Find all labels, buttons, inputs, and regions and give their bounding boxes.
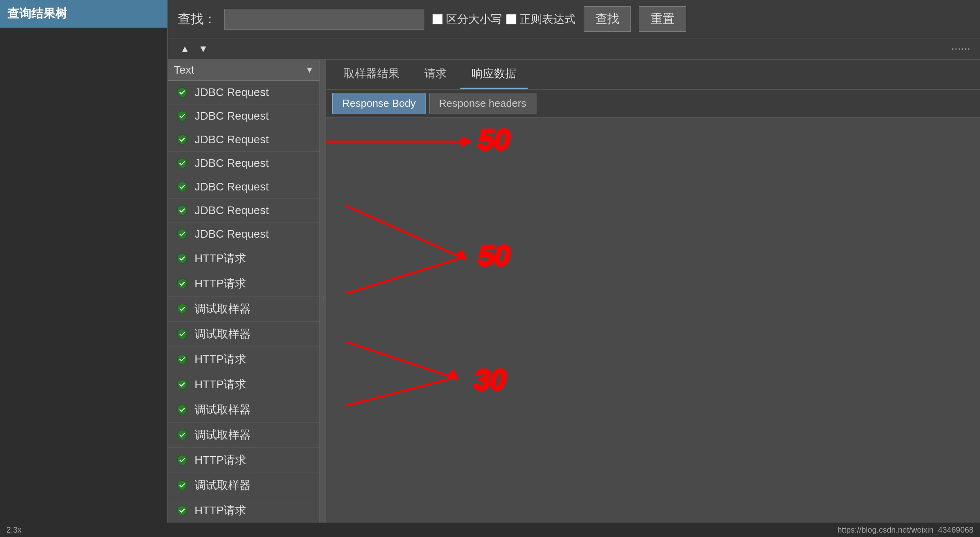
shield-check-icon: [175, 156, 189, 170]
shield-check-icon: [175, 378, 189, 391]
list-item-label: 调试取样器: [195, 301, 251, 317]
svg-marker-4: [458, 251, 466, 260]
svg-text:30: 30: [474, 364, 506, 396]
list-item[interactable]: HTTP请求: [168, 498, 319, 523]
list-item-label: JDBC Request: [195, 180, 269, 193]
regex-label: 正则表达式: [520, 12, 576, 27]
list-item[interactable]: JDBC Request: [168, 81, 319, 104]
main-layout: 查询结果树 查找： 区分大小写 正则表达式 查找 重置 ▲: [0, 0, 980, 537]
detail-panel: 取样器结果请求响应数据 Response BodyResponse header…: [326, 60, 980, 537]
list-item[interactable]: JDBC Request: [168, 152, 319, 175]
shield-check-icon: [175, 204, 189, 217]
shield-check-icon: [175, 453, 189, 467]
list-item[interactable]: JDBC Request: [168, 222, 319, 246]
list-item-label: JDBC Request: [195, 228, 269, 240]
sub-tab-Response headers[interactable]: Response headers: [429, 93, 536, 114]
shield-check-icon: [175, 403, 189, 417]
list-type-selector: Text: [174, 64, 305, 76]
status-bar: 2.3x https://blog.csdn.net/weixin_434690…: [0, 523, 980, 537]
shield-check-icon: [175, 109, 189, 123]
list-item[interactable]: HTTP请求: [168, 372, 319, 397]
list-item-label: JDBC Request: [195, 157, 269, 170]
tab-取样器结果[interactable]: 取样器结果: [332, 60, 411, 89]
svg-text:50: 50: [478, 240, 510, 272]
shield-check-icon: [175, 353, 189, 366]
list-item[interactable]: 调试取样器: [168, 423, 319, 448]
shield-check-icon: [175, 86, 189, 99]
list-item[interactable]: HTTP请求: [168, 246, 319, 271]
list-item[interactable]: 调试取样器: [168, 297, 319, 322]
list-item[interactable]: 调试取样器: [168, 397, 319, 423]
list-item-label: HTTP请求: [195, 377, 246, 392]
svg-line-5: [346, 258, 462, 294]
shield-check-icon: [175, 504, 189, 517]
list-container: JDBC Request JDBC Request JDBC Request J…: [168, 81, 319, 537]
scroll-up-button[interactable]: ▲: [178, 42, 192, 56]
shield-check-icon: [175, 252, 189, 265]
list-item-label: JDBC Request: [195, 133, 269, 146]
list-item[interactable]: JDBC Request: [168, 199, 319, 222]
main-content: 查找： 区分大小写 正则表达式 查找 重置 ▲ ▼ ⋯⋯: [168, 0, 980, 537]
list-item-label: HTTP请求: [195, 251, 246, 266]
search-bar: 查找： 区分大小写 正则表达式 查找 重置: [168, 0, 980, 38]
svg-line-9: [346, 378, 454, 406]
shield-check-icon: [175, 327, 189, 341]
list-item[interactable]: JDBC Request: [168, 128, 319, 152]
sidebar-title: 查询结果树: [7, 7, 67, 20]
list-item[interactable]: HTTP请求: [168, 448, 319, 473]
list-item[interactable]: 调试取样器: [168, 322, 319, 347]
content-split: Text ▼ JDBC Request JDBC Request JDBC Re…: [168, 60, 980, 537]
resize-handle[interactable]: · · ·: [320, 60, 326, 537]
sub-tab-Response Body[interactable]: Response Body: [332, 93, 426, 114]
list-item-label: HTTP请求: [195, 352, 246, 367]
list-item-label: 调试取样器: [195, 427, 251, 443]
shield-check-icon: [175, 133, 189, 146]
tabs-row: 取样器结果请求响应数据: [326, 60, 980, 90]
regex-option: 正则表达式: [506, 12, 576, 27]
search-input[interactable]: [224, 9, 424, 30]
search-button[interactable]: 查找: [584, 6, 631, 32]
toolbar-row: ▲ ▼ ⋯⋯: [168, 38, 980, 60]
list-item-label: JDBC Request: [195, 204, 269, 217]
list-item-label: HTTP请求: [195, 453, 246, 468]
shield-check-icon: [175, 227, 189, 241]
list-item-label: HTTP请求: [195, 276, 246, 291]
regex-checkbox[interactable]: [506, 14, 516, 24]
list-item[interactable]: 调试取样器: [168, 473, 319, 498]
scroll-down-button[interactable]: ▼: [196, 42, 211, 56]
sidebar: 查询结果树: [0, 0, 168, 537]
sub-tabs-row: Response BodyResponse headers: [326, 90, 980, 118]
tab-请求[interactable]: 请求: [413, 60, 458, 89]
svg-line-3: [346, 206, 462, 258]
list-item[interactable]: JDBC Request: [168, 175, 319, 199]
shield-check-icon: [175, 479, 189, 492]
shield-check-icon: [175, 428, 189, 442]
list-item[interactable]: JDBC Request: [168, 104, 319, 128]
case-sensitive-option: 区分大小写: [432, 12, 502, 27]
zoom-level: 2.3x: [6, 525, 22, 535]
svg-marker-1: [462, 138, 470, 146]
list-item-label: JDBC Request: [195, 86, 269, 99]
list-item-label: JDBC Request: [195, 110, 269, 122]
list-item-label: 调试取样器: [195, 478, 251, 493]
shield-check-icon: [175, 180, 189, 194]
shield-check-icon: [175, 302, 189, 316]
status-url: https://blog.csdn.net/weixin_43469068: [837, 525, 974, 535]
dropdown-arrow-icon[interactable]: ▼: [305, 65, 314, 75]
tab-响应数据[interactable]: 响应数据: [460, 60, 528, 89]
list-item[interactable]: HTTP请求: [168, 271, 319, 297]
detail-content: 50 50: [326, 118, 980, 537]
list-panel: Text ▼ JDBC Request JDBC Request JDBC Re…: [168, 60, 320, 537]
svg-text:50: 50: [478, 124, 510, 156]
reset-button[interactable]: 重置: [639, 6, 686, 32]
svg-marker-8: [450, 371, 458, 380]
list-header[interactable]: Text ▼: [168, 60, 319, 81]
list-item-label: 调试取样器: [195, 327, 251, 342]
shield-check-icon: [175, 277, 189, 291]
case-sensitive-checkbox[interactable]: [432, 14, 443, 24]
sidebar-header: 查询结果树: [0, 0, 167, 28]
list-item-label: HTTP请求: [195, 503, 246, 518]
list-item[interactable]: HTTP请求: [168, 347, 319, 372]
svg-line-7: [346, 342, 454, 378]
search-label: 查找：: [178, 10, 216, 28]
